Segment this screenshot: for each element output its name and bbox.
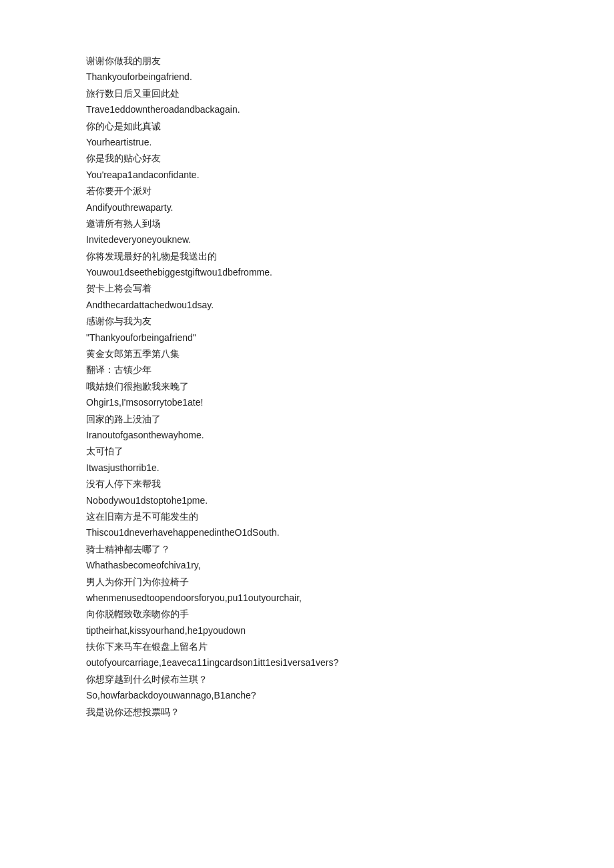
text-line-line8: You'reapa1andaconfidante. — [86, 167, 528, 182]
text-line-line28: Nobodywou1dstoptohe1pme. — [86, 493, 528, 508]
text-line-line18: "Thankyouforbeingafriend" — [86, 330, 528, 345]
text-line-line5: 你的心是如此真诚 — [86, 119, 528, 133]
text-line-line30: Thiscou1dneverhavehappenedintheO1dSouth. — [86, 525, 528, 540]
text-line-line22: Ohgir1s,I'msosorrytobe1ate! — [86, 395, 528, 410]
text-line-line16: Andthecardattachedwou1dsay. — [86, 298, 528, 312]
text-line-line17: 感谢你与我为友 — [86, 314, 528, 328]
text-line-line27: 没有人停下来帮我 — [86, 476, 528, 491]
text-line-line25: 太可怕了 — [86, 444, 528, 458]
main-content: 谢谢你做我的朋友Thankyouforbeingafriend.旅行数日后又重回… — [0, 0, 614, 774]
text-line-line24: Iranoutofgasonthewayhome. — [86, 428, 528, 442]
text-line-line1: 谢谢你做我的朋友 — [86, 53, 528, 68]
text-line-line19: 黄金女郎第五季第八集 — [86, 346, 528, 361]
text-line-line34: whenmenusedtoopendoorsforyou,pu11outyour… — [86, 590, 528, 605]
text-line-line23: 回家的路上没油了 — [86, 412, 528, 426]
text-line-line6: Yourheartistrue. — [86, 135, 528, 149]
text-line-line35: 向你脱帽致敬亲吻你的手 — [86, 606, 528, 621]
text-line-line7: 你是我的贴心好友 — [86, 151, 528, 165]
text-line-line20: 翻译：古镇少年 — [86, 362, 528, 377]
text-line-line37: 扶你下来马车在银盘上留名片 — [86, 639, 528, 654]
text-line-line21: 哦姑娘们很抱歉我来晚了 — [86, 379, 528, 394]
text-line-line3: 旅行数日后又重回此处 — [86, 86, 528, 101]
text-line-line9: 若你要开个派对 — [86, 183, 528, 198]
text-line-line26: Itwasjusthorrib1e. — [86, 460, 528, 475]
text-line-line39: 你想穿越到什么时候布兰琪？ — [86, 672, 528, 687]
text-line-line36: tiptheirhat,kissyourhand,he1pyoudown — [86, 623, 528, 638]
text-line-line2: Thankyouforbeingafriend. — [86, 69, 528, 84]
text-line-line31: 骑士精神都去哪了？ — [86, 542, 528, 556]
text-line-line13: 你将发现最好的礼物是我送出的 — [86, 249, 528, 264]
text-line-line12: Invitedeveryoneyouknew. — [86, 232, 528, 247]
text-line-line40: So,howfarbackdoyouwannago,B1anche? — [86, 688, 528, 703]
text-line-line15: 贺卡上将会写着 — [86, 281, 528, 296]
text-line-line32: Whathasbecomeofchiva1ry, — [86, 558, 528, 572]
text-line-line10: Andifyouthrewaparty. — [86, 200, 528, 215]
text-line-line41: 我是说你还想投票吗？ — [86, 705, 528, 719]
text-line-line38: outofyourcarriage,1eaveca11ingcardson1it… — [86, 655, 528, 670]
text-line-line4: Trave1eddowntheroadandbackagain. — [86, 102, 528, 117]
text-line-line29: 这在旧南方是不可能发生的 — [86, 509, 528, 524]
text-line-line33: 男人为你开门为你拉椅子 — [86, 574, 528, 589]
text-line-line14: Youwou1dseethebiggestgiftwou1dbefromme. — [86, 265, 528, 280]
text-line-line11: 邀请所有熟人到场 — [86, 216, 528, 231]
